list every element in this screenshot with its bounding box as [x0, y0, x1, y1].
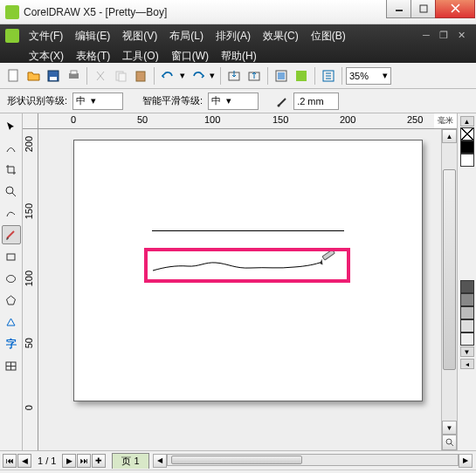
app-icon [5, 5, 19, 19]
menu-window[interactable]: 窗口(W) [165, 46, 215, 66]
save-icon[interactable] [44, 66, 63, 86]
zoom-value: 35% [349, 71, 369, 81]
launcher-icon[interactable] [272, 66, 291, 86]
stroke-width-input[interactable]: .2 mm [293, 93, 339, 110]
annotation-highlight [144, 248, 350, 283]
mdi-restore-icon[interactable]: ❐ [438, 29, 450, 41]
menu-bitmap[interactable]: 位图(B) [305, 26, 352, 46]
smart-smooth-label: 智能平滑等级: [142, 94, 203, 107]
crop-tool[interactable] [2, 160, 21, 179]
text-tool[interactable]: 字 [2, 334, 21, 353]
svg-line-18 [12, 193, 16, 196]
color-swatch[interactable] [460, 332, 474, 346]
next-page-icon[interactable]: ▶ [62, 454, 76, 468]
new-icon[interactable] [3, 66, 23, 86]
mdi-close-icon[interactable]: ✕ [455, 29, 467, 41]
welcome-icon[interactable] [292, 66, 311, 86]
straight-line-object [152, 230, 344, 231]
print-icon[interactable] [64, 66, 83, 86]
first-page-icon[interactable]: ⏮ [3, 454, 17, 468]
color-swatch[interactable] [460, 280, 474, 293]
last-page-icon[interactable]: ⏭ [77, 454, 91, 468]
shape-tool[interactable] [2, 138, 21, 157]
chevron-down-icon: ▾ [91, 95, 96, 106]
shape-recognition-label: 形状识别等级: [7, 94, 67, 107]
add-page-icon[interactable]: ✚ [92, 454, 106, 468]
ruler-origin[interactable] [23, 113, 38, 128]
smart-smooth-combo[interactable]: 中▾ [208, 93, 259, 110]
menu-arrange[interactable]: 排列(A) [210, 26, 257, 46]
redo-dropdown-icon[interactable]: ▾ [208, 66, 217, 86]
pick-tool[interactable] [2, 116, 21, 135]
color-swatch[interactable] [460, 141, 474, 154]
svg-point-16 [278, 104, 280, 106]
color-swatch[interactable] [460, 154, 474, 167]
color-swatch[interactable] [460, 319, 474, 332]
options-icon[interactable] [319, 66, 338, 86]
undo-icon[interactable] [158, 66, 177, 86]
no-color-swatch[interactable] [460, 127, 474, 141]
scroll-down-icon[interactable]: ▼ [442, 421, 457, 435]
canvas[interactable] [38, 129, 441, 450]
svg-rect-19 [7, 254, 15, 260]
polygon-tool[interactable] [2, 291, 21, 310]
freehand-tool[interactable] [2, 203, 21, 223]
paste-icon[interactable] [131, 66, 150, 86]
svg-rect-1 [420, 5, 427, 12]
scroll-thumb[interactable] [443, 169, 456, 370]
basic-shape-tool[interactable] [2, 312, 21, 332]
open-icon[interactable] [24, 66, 43, 86]
palette-up-icon[interactable]: ▲ [460, 116, 474, 127]
color-swatch[interactable] [460, 293, 474, 306]
ruler-unit: 毫米 [434, 113, 457, 128]
svg-point-20 [7, 275, 16, 282]
menu-layout[interactable]: 布局(L) [163, 26, 210, 46]
vertical-scrollbar[interactable]: ▲ ▼ [441, 129, 457, 450]
menu-view[interactable]: 视图(V) [116, 26, 163, 46]
close-button[interactable] [435, 0, 475, 18]
palette-flyout-icon[interactable]: ◂ [460, 359, 474, 369]
navigator-icon[interactable] [442, 435, 457, 450]
scroll-right-icon[interactable]: ▶ [459, 454, 473, 468]
menu-edit[interactable]: 编辑(E) [69, 26, 116, 46]
menu-text[interactable]: 文本(X) [23, 46, 70, 66]
menu-effect[interactable]: 效果(C) [257, 26, 305, 46]
svg-rect-24 [322, 251, 335, 260]
menu-file[interactable]: 文件(F) [23, 26, 69, 46]
svg-rect-9 [136, 72, 145, 81]
svg-line-26 [451, 443, 453, 446]
scroll-thumb[interactable] [171, 456, 302, 464]
cut-icon[interactable] [91, 66, 110, 86]
zoom-combo[interactable]: 35%▾ [346, 67, 391, 85]
export-icon[interactable] [245, 66, 264, 86]
toolbox: 字 [0, 113, 23, 450]
ellipse-tool[interactable] [2, 269, 21, 288]
chevron-down-icon: ▾ [383, 70, 388, 81]
import-icon[interactable] [224, 66, 244, 86]
table-tool[interactable] [2, 356, 21, 375]
menu-help[interactable]: 帮助(H) [215, 46, 263, 66]
zoom-tool[interactable] [2, 182, 21, 201]
doc-icon [5, 29, 19, 43]
scroll-up-icon[interactable]: ▲ [442, 129, 457, 143]
maximize-button[interactable] [410, 0, 436, 18]
undo-dropdown-icon[interactable]: ▾ [178, 66, 187, 86]
svg-rect-4 [50, 77, 57, 80]
redo-icon[interactable] [188, 66, 207, 86]
mdi-minimize-icon[interactable]: ─ [420, 29, 432, 41]
horizontal-scrollbar[interactable]: ◀ ▶ [153, 454, 473, 468]
rectangle-tool[interactable] [2, 247, 21, 266]
color-palette: ▲ ▼ ◂ [457, 113, 476, 450]
palette-down-icon[interactable]: ▼ [460, 346, 474, 357]
color-swatch[interactable] [460, 306, 474, 319]
smart-draw-tool[interactable] [2, 225, 21, 244]
shape-recognition-combo[interactable]: 中▾ [72, 93, 123, 110]
copy-icon[interactable] [111, 66, 130, 86]
menu-table[interactable]: 表格(T) [70, 46, 116, 66]
svg-rect-14 [296, 71, 307, 81]
prev-page-icon[interactable]: ◀ [17, 454, 31, 468]
page-tab[interactable]: 页 1 [112, 453, 148, 469]
scroll-left-icon[interactable]: ◀ [153, 454, 167, 468]
minimize-button[interactable] [386, 0, 411, 18]
menu-tools[interactable]: 工具(O) [116, 46, 164, 66]
